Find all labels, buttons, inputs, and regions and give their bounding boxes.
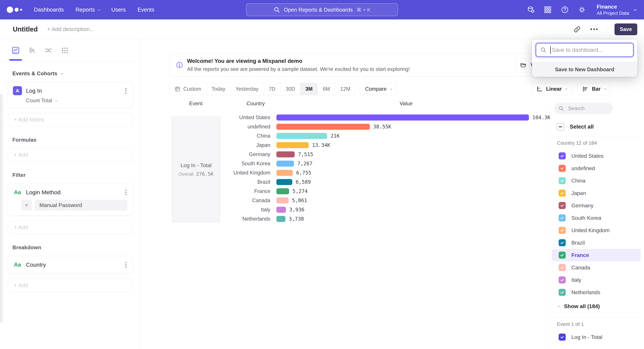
save-button[interactable]: Save (614, 23, 637, 35)
nav-item-reports[interactable]: Reports (76, 6, 100, 13)
nav-item-events[interactable]: Events (138, 6, 154, 13)
tab-flows[interactable] (44, 39, 52, 62)
kebab-menu-icon[interactable] (124, 261, 128, 269)
overall-value: 276.5K (196, 171, 214, 177)
copy-link-icon[interactable] (572, 25, 582, 34)
checkbox-checked[interactable] (559, 202, 566, 209)
legend-item-canada[interactable]: Canada (552, 261, 641, 274)
compare-button[interactable]: Compare (360, 83, 397, 95)
tab-insights[interactable] (12, 39, 20, 62)
global-search-button[interactable]: Open Reports & Dashboards ⌘ + K (246, 3, 398, 16)
legend-item-united-kingdom[interactable]: United Kingdom (552, 224, 641, 237)
top-nav: DashboardsReportsUsersEvents Open Report… (0, 0, 644, 19)
legend-item-undefined[interactable]: undefined (552, 162, 641, 174)
checkbox-checked[interactable] (559, 289, 566, 296)
bar-italy[interactable] (276, 207, 286, 213)
report-title[interactable]: Untitled (13, 25, 38, 33)
add-filter-button[interactable]: + Add (8, 220, 133, 234)
date-range-today[interactable]: Today (206, 83, 230, 95)
kebab-menu-icon[interactable] (124, 189, 128, 196)
kebab-menu-icon[interactable] (124, 87, 128, 94)
chart-type-selector[interactable]: Bar (577, 83, 610, 95)
add-metric-button[interactable]: + Add Metric (8, 113, 133, 127)
legend-item-germany[interactable]: Germany (552, 199, 641, 212)
checkbox-checked[interactable] (559, 252, 566, 259)
project-selector[interactable]: Finance All Project Data (597, 4, 636, 16)
date-range-3m[interactable]: 3M (300, 83, 318, 95)
checkbox-checked[interactable] (559, 152, 566, 159)
add-formula-button[interactable]: + Add (8, 148, 133, 162)
more-options-icon[interactable] (590, 25, 599, 34)
legend-item-south-korea[interactable]: South Korea (552, 212, 641, 224)
checkbox-checked[interactable] (559, 214, 566, 221)
checkbox-checked[interactable] (559, 264, 566, 271)
events-cohorts-header[interactable]: Events & Cohorts (12, 70, 133, 77)
scale-selector[interactable]: Linear (532, 83, 572, 95)
select-all-checkbox[interactable] (557, 123, 564, 130)
legend-item-china[interactable]: China (552, 174, 641, 187)
aggregation-selector[interactable]: Count Total (26, 98, 128, 104)
check-icon (560, 228, 564, 233)
checkbox-checked[interactable] (559, 177, 566, 184)
metric-event-name[interactable]: Log In (26, 87, 124, 94)
tab-retention[interactable] (61, 39, 69, 62)
gear-icon[interactable] (578, 6, 586, 14)
bar-france[interactable] (276, 188, 289, 194)
bar-germany[interactable] (276, 151, 295, 157)
show-all-button[interactable]: Show all (184) (550, 300, 644, 313)
bar-united-kingdom[interactable] (276, 170, 293, 176)
legend-item-france[interactable]: France (552, 249, 641, 261)
apps-grid-icon[interactable] (544, 6, 552, 14)
help-icon[interactable] (561, 6, 569, 14)
breakdown-property-name[interactable]: Country (26, 262, 124, 268)
select-all-row[interactable]: Select all (550, 121, 644, 133)
add-description-placeholder[interactable]: + Add description... (47, 26, 94, 32)
checkbox-checked[interactable] (559, 190, 566, 197)
bar-south-korea[interactable] (276, 161, 294, 167)
filter-value[interactable]: Manual Password (35, 200, 128, 211)
checkbox-checked[interactable] (559, 276, 566, 284)
add-breakdown-button[interactable]: + Add (8, 279, 133, 292)
save-dashboard-placeholder: Save to dashboard... (552, 47, 603, 53)
date-range-custom[interactable]: Custom (170, 83, 206, 95)
nav-item-users[interactable]: Users (111, 6, 126, 13)
legend-item-united-states[interactable]: United States (552, 150, 641, 162)
bar-japan[interactable] (276, 142, 309, 148)
checkbox-checked[interactable] (559, 165, 566, 172)
checkbox-checked[interactable] (559, 227, 566, 234)
metric-badge: A (13, 86, 22, 95)
save-dashboard-search-input[interactable]: Save to dashboard... (536, 43, 634, 57)
nav-item-dashboards[interactable]: Dashboards (34, 6, 64, 13)
legend-country-items: United StatesundefinedChinaJapanGermanyS… (550, 150, 644, 299)
data-icon[interactable] (526, 6, 535, 14)
date-range-6m[interactable]: 6M (318, 83, 335, 95)
date-range-12m[interactable]: 12M (335, 83, 355, 95)
bar-canada[interactable] (276, 197, 289, 204)
series-legend-panel: Select all Country 12 of 184 United Stat… (550, 101, 644, 349)
bar-china[interactable] (276, 133, 327, 139)
event-summary-card[interactable]: Log In - Total Overall 276.5K (171, 116, 221, 223)
global-search-label: Open Reports & Dashboards (284, 7, 353, 13)
checkbox-checked[interactable] (559, 239, 566, 246)
legend-item-log-in-total[interactable]: Log In - Total (552, 331, 641, 343)
bar-united-states[interactable] (276, 114, 529, 120)
legend-item-label: undefined (572, 165, 595, 171)
date-range-7d[interactable]: 7D (264, 83, 280, 95)
filter-operator[interactable]: = (21, 200, 32, 211)
breakdown-card: Aa Country (8, 256, 133, 273)
legend-item-brazil[interactable]: Brazil (552, 237, 641, 249)
legend-item-italy[interactable]: Italy (552, 274, 641, 286)
legend-event-items: Log In - Total (550, 331, 644, 343)
legend-item-netherlands[interactable]: Netherlands (552, 286, 641, 299)
legend-item-japan[interactable]: Japan (552, 187, 641, 199)
checkbox-checked[interactable] (559, 334, 566, 341)
date-range-yesterday[interactable]: Yesterday (230, 83, 264, 95)
bar-netherlands[interactable] (276, 216, 286, 222)
bar-brazil[interactable] (276, 179, 292, 185)
tab-funnels[interactable] (28, 39, 36, 62)
bar-undefined[interactable] (276, 124, 370, 130)
filter-property-name[interactable]: Login Method (26, 189, 124, 196)
mixpanel-logo[interactable] (7, 6, 22, 13)
save-to-new-dashboard-button[interactable]: Save to New Dashboard (532, 62, 637, 77)
date-range-30d[interactable]: 30D (280, 83, 300, 95)
